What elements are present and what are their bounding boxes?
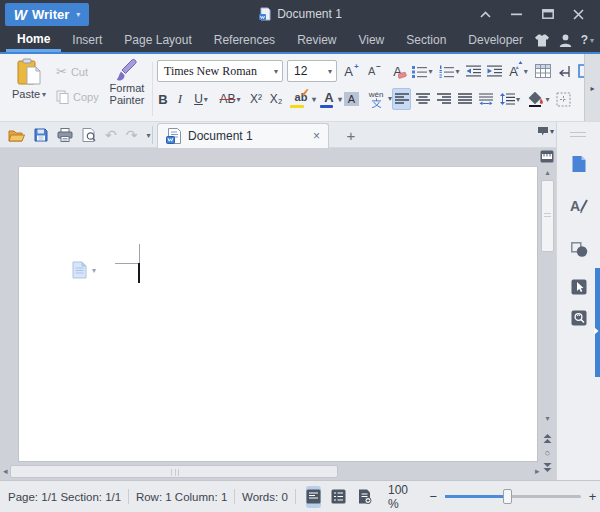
vertical-scrollbar-thumb[interactable] [541, 180, 554, 252]
select-browse-object-button[interactable]: ○ [541, 448, 554, 458]
italic-button[interactable]: I [173, 88, 187, 110]
app-menu-button[interactable]: W Writer ▾ [5, 3, 89, 26]
clear-format-button[interactable]: A [387, 60, 408, 82]
scroll-left-button[interactable]: ◂ [3, 466, 8, 476]
tab-review[interactable]: Review [286, 28, 347, 52]
outline-view-button[interactable] [331, 486, 346, 508]
open-button[interactable] [8, 129, 25, 142]
align-right-button[interactable] [434, 88, 453, 110]
numbered-list-button[interactable]: ▾ [437, 60, 462, 82]
help-button[interactable]: ? ▾ [581, 33, 594, 47]
minimize-button[interactable] [501, 1, 532, 27]
row-column-status[interactable]: Row: 1 Column: 1 [129, 491, 234, 503]
tab-list-button[interactable]: ▾ [537, 126, 554, 137]
shapes-pane-button[interactable] [569, 239, 589, 259]
shading-button[interactable]: ▾ [525, 88, 552, 110]
increase-indent-button[interactable] [485, 60, 504, 82]
task-pane-page-button[interactable] [569, 154, 589, 174]
page-view-icon [306, 489, 321, 504]
format-painter-button[interactable]: Format Painter [104, 57, 150, 119]
underline-button[interactable]: U ▾ [189, 88, 213, 110]
customize-qat-button[interactable]: ▾ [146, 131, 150, 140]
collapsed-pane-strip[interactable] [595, 268, 600, 377]
insert-table-button[interactable] [533, 60, 552, 82]
page-section-status[interactable]: Page: 1/1 Section: 1/1 [0, 491, 128, 503]
ruler-toggle-button[interactable] [540, 150, 554, 163]
styles-pane-button[interactable]: A [569, 196, 589, 216]
shrink-font-button[interactable]: A− [364, 60, 385, 82]
tab-section[interactable]: Section [395, 28, 457, 52]
superscript-button[interactable]: X² [247, 88, 265, 110]
chevron-down-icon: ▾ [76, 10, 80, 19]
writer-logo-icon: W [14, 7, 27, 23]
chevron-down-icon: ▾ [312, 95, 316, 104]
undo-button[interactable]: ↶ [105, 127, 117, 143]
next-page-button[interactable] [541, 462, 554, 472]
tab-home[interactable]: Home [6, 28, 61, 52]
ribbon-expand-strip[interactable]: ▸ [584, 54, 600, 122]
tab-insert[interactable]: Insert [61, 28, 113, 52]
close-button[interactable] [563, 1, 594, 27]
skin-button[interactable] [534, 34, 550, 47]
paste-button[interactable]: Paste ▾ [8, 58, 50, 116]
char-shading-button[interactable]: A [343, 88, 360, 110]
strikethrough-button[interactable]: AB ▾ [215, 88, 245, 110]
font-size-combobox[interactable]: 12 ▾ [287, 60, 337, 82]
subscript-button[interactable]: X₂ [267, 88, 285, 110]
scroll-down-button[interactable]: ▾ [541, 414, 554, 423]
account-button[interactable] [559, 34, 572, 47]
font-name-combobox[interactable]: Times New Roman ▾ [157, 60, 283, 82]
show-marks-button[interactable] [554, 60, 573, 82]
expand-pane-icon [594, 326, 600, 335]
scroll-right-button[interactable]: ▸ [535, 466, 540, 476]
align-center-button[interactable] [413, 88, 432, 110]
previous-page-button[interactable] [541, 434, 554, 444]
scroll-up-button[interactable]: ▴ [541, 168, 554, 177]
find-replace-pane-button[interactable] [569, 308, 589, 328]
hide-ribbon-button[interactable] [470, 1, 501, 27]
tab-references[interactable]: References [203, 28, 286, 52]
save-button[interactable] [34, 128, 48, 142]
browse-circle-icon: ○ [545, 448, 550, 458]
align-left-button[interactable] [392, 88, 411, 110]
borders-button[interactable] [554, 88, 573, 110]
tab-close-icon[interactable]: × [313, 129, 320, 143]
zoom-level[interactable]: 100 % [388, 483, 420, 511]
web-view-button[interactable] [356, 486, 371, 508]
decrease-indent-button[interactable] [464, 60, 483, 82]
zoom-slider-handle[interactable] [503, 489, 512, 504]
distribute-button[interactable] [476, 88, 495, 110]
font-color-button[interactable]: A ▾ [317, 88, 341, 110]
zoom-slider[interactable] [445, 495, 581, 498]
redo-button[interactable]: ↷ [126, 127, 138, 143]
horizontal-scrollbar-thumb[interactable] [10, 465, 338, 478]
line-spacing-button[interactable]: ▾ [497, 88, 523, 110]
tab-page-layout[interactable]: Page Layout [113, 28, 202, 52]
tab-developer[interactable]: Developer [457, 28, 534, 52]
grow-font-button[interactable]: A+ [341, 60, 362, 82]
print-preview-button[interactable] [82, 128, 96, 142]
copy-button[interactable]: Copy [56, 90, 99, 104]
sidebar-handle[interactable] [570, 132, 586, 137]
document-tab[interactable]: Document 1 × [157, 123, 329, 148]
web-view-icon [357, 489, 372, 504]
highlight-button[interactable]: ab ▾ [287, 88, 315, 110]
maximize-button[interactable] [532, 1, 563, 27]
justify-button[interactable] [455, 88, 474, 110]
zoom-out-button[interactable]: − [426, 489, 441, 504]
new-tab-button[interactable]: + [341, 125, 361, 145]
tab-view[interactable]: View [347, 28, 395, 52]
paste-options-button[interactable]: ▾ [71, 261, 96, 279]
print-button[interactable] [57, 128, 73, 142]
zoom-slider-fill [445, 495, 507, 498]
bold-button[interactable]: B [155, 88, 171, 110]
page-view-button[interactable] [306, 486, 321, 508]
text-effects-button[interactable]: A ▾ [506, 60, 531, 82]
bullet-list-button[interactable]: ▾ [410, 60, 435, 82]
selection-pane-button[interactable] [569, 277, 589, 297]
document-page[interactable] [18, 166, 538, 462]
words-status[interactable]: Words: 0 [235, 491, 295, 503]
zoom-in-button[interactable]: + [585, 489, 600, 504]
cut-button[interactable]: ✂ Cut [56, 64, 88, 79]
phonetic-guide-button[interactable]: wén ▾ [362, 88, 390, 110]
